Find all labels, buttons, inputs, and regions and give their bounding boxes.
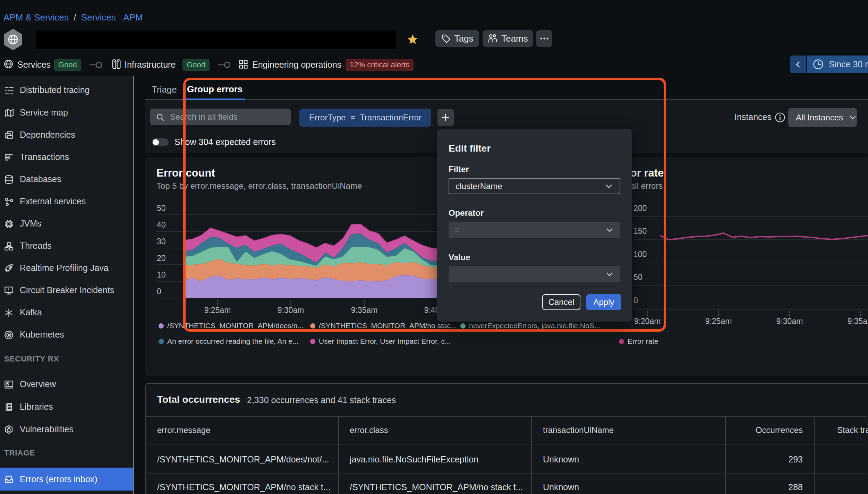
svg-text:30: 30 xyxy=(157,237,166,246)
svg-text:50: 50 xyxy=(157,204,166,213)
svg-text:9:35am: 9:35am xyxy=(848,317,868,326)
svg-text:9:30am: 9:30am xyxy=(776,317,803,326)
svg-text:40: 40 xyxy=(157,220,166,229)
svg-text:20: 20 xyxy=(157,254,166,263)
svg-text:10: 10 xyxy=(157,270,166,279)
svg-text:0: 0 xyxy=(157,287,161,296)
svg-text:9:25am: 9:25am xyxy=(705,317,732,326)
